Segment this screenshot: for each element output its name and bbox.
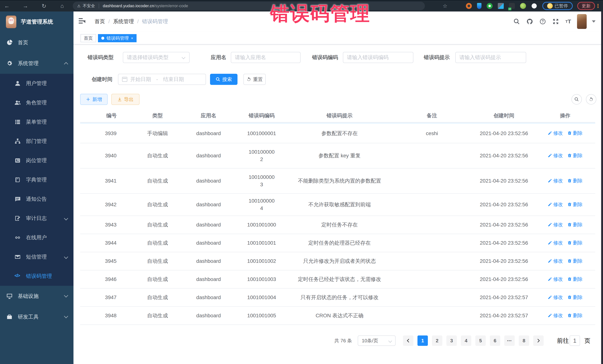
- extension-icon-2[interactable]: [477, 3, 481, 9]
- sidebar-item-infrastructure[interactable]: 基础设施: [0, 286, 73, 307]
- page-button-8[interactable]: 8: [519, 335, 529, 346]
- add-button[interactable]: 新增: [80, 94, 108, 105]
- edit-link[interactable]: 修改: [548, 129, 563, 137]
- page-button-2[interactable]: 2: [432, 335, 442, 346]
- sidebar-item-error-code[interactable]: </> 错误码管理: [0, 266, 73, 286]
- sidebar-item-online-users[interactable]: 在线用户: [0, 228, 73, 247]
- filter-code-input[interactable]: 请输入错误码编码: [343, 52, 413, 63]
- profile-emoji-icon: [547, 3, 553, 9]
- extension-icon-4[interactable]: [498, 3, 504, 9]
- filter-msg-input[interactable]: 请输入错误码提示: [455, 52, 526, 63]
- breadcrumb-home[interactable]: 首页: [95, 18, 105, 25]
- logo-title: 芋道管理系统: [21, 18, 53, 26]
- edit-link[interactable]: 修改: [548, 152, 563, 159]
- sidebar-item-user-management[interactable]: 用户管理: [0, 74, 73, 93]
- forward-icon[interactable]: →: [22, 3, 29, 9]
- toggle-search-button[interactable]: [571, 94, 582, 105]
- browser-update-button[interactable]: 更新: [577, 2, 595, 10]
- sidebar-item-home[interactable]: 首页: [0, 32, 73, 53]
- sidebar-item-menu-management[interactable]: 菜单管理: [0, 112, 73, 132]
- sidebar-item-dept-management[interactable]: 部门管理: [0, 132, 73, 151]
- extension-icon-5[interactable]: on: [509, 3, 515, 9]
- sidebar-item-post-management[interactable]: 岗位管理: [0, 151, 73, 170]
- sidebar-item-dict-management[interactable]: 字典管理: [0, 170, 73, 189]
- edit-link[interactable]: 修改: [548, 201, 563, 208]
- delete-link[interactable]: 删除: [567, 312, 583, 319]
- edit-link[interactable]: 修改: [548, 177, 563, 184]
- monitor-icon: [6, 293, 13, 299]
- page-ellipsis[interactable]: •••: [504, 335, 515, 346]
- delete-link[interactable]: 删除: [567, 177, 583, 184]
- delete-link[interactable]: 删除: [567, 239, 583, 246]
- tag-close-icon[interactable]: ×: [131, 36, 133, 40]
- delete-link[interactable]: 删除: [567, 201, 583, 208]
- delete-link[interactable]: 删除: [567, 276, 583, 283]
- reload-icon[interactable]: ↻: [41, 3, 47, 9]
- filter-type-select[interactable]: 请选择错误码类型: [123, 52, 190, 63]
- scrollbar-strip[interactable]: [601, 11, 603, 364]
- sidebar-item-notice[interactable]: 通知公告: [0, 189, 73, 209]
- table-row: 3939手动编辑 dashboard1001000001 参数配置不存在cesh…: [80, 124, 595, 143]
- delete-link[interactable]: 删除: [567, 221, 583, 228]
- font-size-icon[interactable]: TT: [565, 18, 571, 25]
- page-button-6[interactable]: 6: [490, 335, 500, 346]
- refresh-button[interactable]: [586, 94, 596, 105]
- edit-link[interactable]: 修改: [548, 239, 563, 246]
- prev-page-button[interactable]: [403, 335, 413, 346]
- filter-app-input[interactable]: 请输入应用名: [231, 52, 301, 63]
- filter-type-label: 错误码类型: [88, 52, 114, 63]
- address-bar[interactable]: ⚠ 不安全 dashboard.yudao.iocoder.cn/system/…: [73, 2, 425, 10]
- edit-link[interactable]: 修改: [548, 221, 563, 228]
- tag-error-code[interactable]: 错误码管理 ×: [98, 34, 137, 42]
- page-button-5[interactable]: 5: [475, 335, 486, 346]
- page-button-4[interactable]: 4: [461, 335, 471, 346]
- sidebar-logo[interactable]: 芋道管理系统: [0, 11, 73, 32]
- page-button-1[interactable]: 1: [417, 335, 428, 346]
- sidebar-item-sms-management[interactable]: 短信管理: [0, 247, 73, 266]
- goto-page-input[interactable]: 1: [570, 335, 580, 346]
- filter-date-range[interactable]: 开始日期 - 结束日期: [118, 74, 206, 85]
- envelope-check-icon: [14, 254, 21, 260]
- edit-link[interactable]: 修改: [548, 312, 563, 319]
- edit-link[interactable]: 修改: [548, 294, 563, 301]
- search-button[interactable]: 搜索: [210, 74, 237, 85]
- chevron-down-icon: [388, 339, 392, 343]
- avatar[interactable]: [577, 14, 587, 29]
- profile-paused-badge[interactable]: 已暂停: [542, 2, 573, 10]
- browser-menu-icon[interactable]: •••: [597, 4, 600, 8]
- delete-link[interactable]: 删除: [567, 294, 583, 301]
- home-icon[interactable]: ⌂: [59, 3, 65, 9]
- delete-link[interactable]: 删除: [567, 152, 583, 159]
- back-icon[interactable]: ←: [4, 3, 10, 9]
- help-icon[interactable]: [539, 18, 546, 25]
- edit-link[interactable]: 修改: [548, 257, 563, 265]
- sidebar-item-dev-tools[interactable]: 研发工具: [0, 307, 73, 327]
- sidebar-collapse-icon[interactable]: [79, 18, 85, 24]
- page-size-select[interactable]: 10条/页: [358, 335, 395, 346]
- tag-home[interactable]: 首页: [81, 34, 96, 42]
- extension-icon-1[interactable]: [466, 3, 472, 9]
- edit-link[interactable]: 修改: [548, 276, 563, 283]
- bookmark-star-icon[interactable]: ☆: [443, 3, 447, 9]
- table-row: 3943自动生成 dashboard1001001000 定时任务不存在 202…: [80, 216, 595, 234]
- avatar-caret-icon[interactable]: [592, 20, 596, 22]
- extension-icon-6[interactable]: [520, 3, 526, 9]
- id-badge-icon: [14, 157, 21, 164]
- delete-link[interactable]: 删除: [567, 129, 583, 137]
- fullscreen-icon[interactable]: [552, 18, 559, 25]
- github-icon[interactable]: [526, 18, 533, 25]
- sidebar-item-system[interactable]: 系统管理: [0, 53, 73, 74]
- extension-icon-7[interactable]: [531, 3, 537, 9]
- delete-link[interactable]: 删除: [567, 257, 583, 265]
- application-window: ← → ↻ ⌂ ⚠ 不安全 dashboard.yudao.iocoder.cn…: [0, 0, 603, 364]
- next-page-button[interactable]: [533, 335, 544, 346]
- search-icon[interactable]: [513, 18, 520, 25]
- reset-button[interactable]: 重置: [244, 74, 266, 85]
- page-button-3[interactable]: 3: [446, 335, 457, 346]
- sidebar-item-role-management[interactable]: 角色管理: [0, 93, 73, 112]
- sidebar-item-audit-log[interactable]: 审计日志: [0, 209, 73, 228]
- extension-icon-3[interactable]: [487, 3, 493, 9]
- security-warning-icon[interactable]: ⚠: [77, 4, 81, 8]
- export-button[interactable]: 导出: [111, 94, 139, 105]
- breadcrumb-section[interactable]: 系统管理: [113, 18, 134, 25]
